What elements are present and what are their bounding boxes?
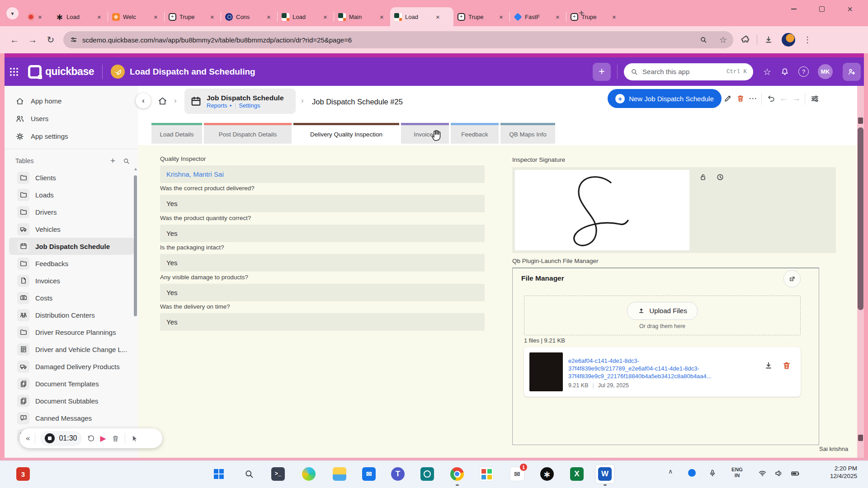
table-row-drivers[interactable]: Drivers [9, 203, 134, 221]
notifications-bell-icon[interactable] [780, 67, 789, 76]
tab-load-details[interactable]: Load Details [151, 123, 202, 144]
browser-tab-recording[interactable]: × [24, 7, 52, 26]
upload-files-button[interactable]: Upload Files [627, 302, 697, 320]
breadcrumb-home-icon[interactable] [157, 96, 168, 106]
settings-link[interactable]: Settings [239, 102, 260, 109]
app-search-input[interactable]: Search this app Ctrl K [624, 63, 753, 80]
favorites-star-icon[interactable]: ☆ [763, 66, 771, 77]
form-settings-icon[interactable] [810, 94, 820, 103]
tab-close-icon[interactable]: × [379, 14, 384, 20]
outlook-icon[interactable]: ✉ [359, 464, 379, 484]
word-icon[interactable]: W [595, 464, 615, 484]
tune-icon[interactable] [70, 36, 78, 44]
chatgpt-icon[interactable]: ∗ [537, 464, 557, 484]
reports-caret-icon[interactable]: ▸ [230, 103, 232, 108]
timestamp-clock-icon[interactable] [716, 173, 725, 182]
tab-close-icon[interactable]: × [499, 14, 504, 20]
sidebar-collapse-button[interactable]: ‹ [136, 93, 151, 108]
terminal-app-icon[interactable]: >_ [268, 464, 288, 484]
sidebar-item-users[interactable]: Users [5, 110, 138, 127]
expand-icon[interactable] [783, 270, 801, 287]
tab-post-dispatch-details[interactable]: Post Dispatch Details [204, 123, 292, 144]
restore-button[interactable] [811, 0, 832, 18]
undo-icon[interactable] [767, 94, 776, 103]
tab-close-icon[interactable]: × [210, 14, 215, 20]
file-download-icon[interactable] [764, 361, 774, 371]
tab-qb-maps-info[interactable]: QB Maps Info [500, 123, 555, 144]
tab-close-icon[interactable]: × [323, 14, 328, 20]
table-row-feedbacks[interactable]: Feedbacks [9, 255, 134, 272]
brand-name[interactable]: quickbase [45, 66, 94, 78]
table-search-icon[interactable] [123, 157, 130, 165]
extensions-icon[interactable] [741, 35, 750, 45]
start-button[interactable] [209, 464, 229, 484]
browser-tab[interactable]: Load× [278, 7, 334, 26]
browser-tab[interactable]: Main× [334, 7, 390, 26]
signature-canvas[interactable] [515, 170, 689, 250]
file-explorer-icon[interactable] [330, 464, 349, 484]
tab-feedback[interactable]: Feedback [451, 123, 499, 144]
address-bar[interactable]: scdemo.quickbase.com/nav/app/bu8bmmy2v/t… [63, 31, 733, 48]
reports-link[interactable]: Reports [207, 102, 227, 109]
app-icon-teal[interactable] [417, 464, 437, 484]
taskbar-search-icon[interactable] [239, 464, 259, 484]
tab-close-icon[interactable]: × [266, 14, 271, 20]
bookmark-star-icon[interactable]: ☆ [719, 35, 727, 45]
file-thumbnail[interactable] [529, 352, 563, 391]
new-record-button[interactable]: + New Job Dispatch Schedule [608, 89, 722, 108]
quality-inspector-link[interactable]: Krishna, Mantri Sai [160, 165, 485, 183]
scroll-down-button[interactable] [858, 435, 863, 441]
browser-tab[interactable]: Load× [52, 7, 108, 26]
profile-avatar[interactable] [782, 33, 795, 47]
language-indicator[interactable]: ENGIN [731, 467, 743, 479]
upload-dropzone[interactable]: Upload Files Or drag them here [524, 296, 801, 335]
browser-tab[interactable]: FastF× [510, 7, 566, 26]
downloads-icon[interactable] [764, 35, 774, 45]
scroll-up-button[interactable] [858, 117, 863, 124]
teams-icon[interactable]: T [388, 464, 408, 484]
back-icon[interactable]: ← [5, 35, 24, 45]
recorder-collapse-icon[interactable]: « [26, 434, 30, 443]
tab-close-icon[interactable]: × [435, 14, 440, 20]
record-stop-icon[interactable] [45, 433, 55, 443]
table-row-driver-vehicle-change-log[interactable]: Driver and Vehicle Change L... [9, 341, 134, 358]
office-grid-icon[interactable] [476, 464, 496, 484]
excel-icon[interactable]: X [567, 464, 587, 484]
table-row-damaged-delivery-products[interactable]: Damaged Delivery Products [9, 358, 134, 375]
play-icon[interactable]: ▶ [100, 434, 106, 443]
discard-recording-icon[interactable] [111, 434, 120, 443]
browser-tab[interactable]: Trupe× [453, 7, 509, 26]
tab-close-icon[interactable]: × [555, 14, 560, 20]
table-row-clients[interactable]: Clients [9, 169, 134, 186]
tab-close-icon[interactable]: × [97, 14, 102, 20]
chrome-icon[interactable] [447, 464, 467, 484]
next-record-icon[interactable]: → [792, 94, 801, 103]
browser-tab[interactable]: Cons× [221, 7, 277, 26]
table-row-document-subtables[interactable]: Document Subtables [9, 392, 134, 409]
sidebar-scroll-up-icon[interactable]: ▲ [133, 166, 138, 171]
tab-close-icon[interactable]: × [38, 14, 42, 20]
delete-record-icon[interactable] [736, 94, 745, 103]
new-tab-button[interactable]: + [575, 7, 588, 19]
notification-widget[interactable]: 3 [16, 467, 30, 481]
add-table-icon[interactable]: + [110, 156, 115, 166]
cursor-tool-icon[interactable] [130, 434, 139, 443]
wifi-icon[interactable] [758, 469, 767, 478]
table-row-invoices[interactable]: Invoices [9, 272, 134, 289]
taskbar-clock[interactable]: 2:20 PM 12/4/2025 [812, 465, 857, 480]
mic-icon[interactable] [708, 469, 717, 478]
table-row-vehicles[interactable]: Vehicles [9, 221, 134, 238]
quickbase-logo[interactable] [28, 65, 42, 79]
url-text[interactable]: scdemo.quickbase.com/nav/app/bu8bmmy2v/t… [82, 36, 699, 44]
minimize-button[interactable] [783, 0, 804, 18]
zoom-icon[interactable] [699, 36, 708, 44]
tray-expand-icon[interactable]: ∧ [668, 464, 673, 475]
browser-tab-active[interactable]: Load× [390, 7, 453, 26]
edge-icon[interactable] [299, 464, 319, 484]
tab-search-button[interactable]: ▾ [6, 7, 19, 19]
reload-icon[interactable]: ↻ [42, 34, 60, 45]
table-row-distribution-centers[interactable]: Distribution Centers [9, 306, 134, 324]
table-row-costs[interactable]: Costs [9, 289, 134, 306]
page-scrollbar-thumb[interactable] [858, 127, 863, 310]
tray-app-icon[interactable] [688, 469, 696, 477]
